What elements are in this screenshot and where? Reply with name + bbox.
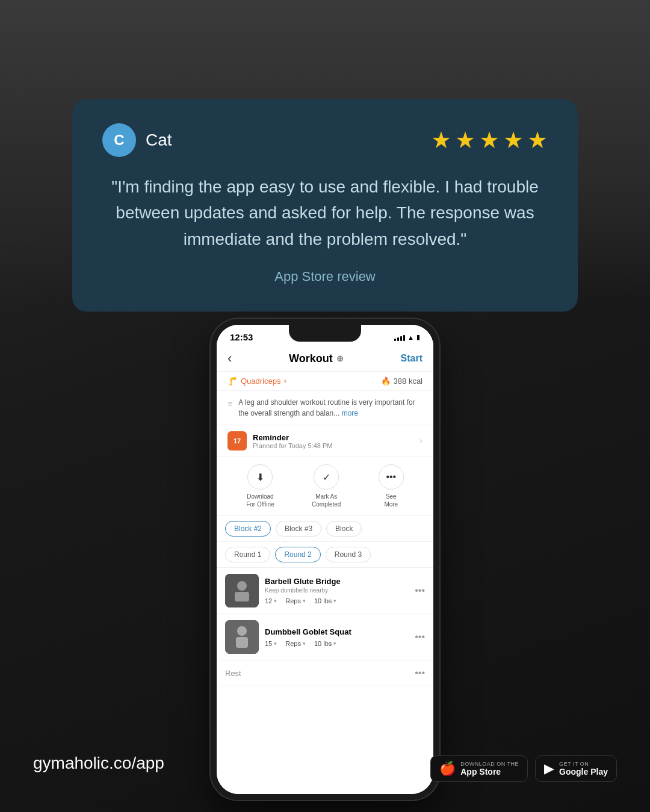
google-play-name: Google Play	[559, 767, 608, 777]
wifi-icon: ▲	[407, 334, 414, 341]
exercise-thumb-1	[225, 574, 259, 607]
play-icon: ▶	[544, 761, 554, 777]
exercise-more-icon-2[interactable]: •••	[415, 632, 425, 642]
signal-bar-1	[394, 339, 396, 341]
app-store-text: Download on the App Store	[460, 761, 519, 777]
reviewer-info: C Cat	[102, 123, 172, 157]
svg-rect-5	[236, 637, 248, 648]
rest-row: Rest •••	[217, 660, 433, 686]
download-label: DownloadFor Offline	[246, 493, 274, 508]
avatar: C	[102, 123, 136, 157]
phone-notch	[289, 325, 361, 342]
reminder-row[interactable]: 17 Reminder Planned for Today 5:48 PM ›	[217, 425, 433, 457]
exercise-row-2[interactable]: Dumbbell Goblet Squat 15 ▾ Reps ▾ 10 lbs…	[217, 614, 433, 660]
review-header: C Cat ★ ★ ★ ★ ★	[102, 123, 548, 157]
nav-bar: ‹ Workout ⊕ Start	[217, 346, 433, 372]
exercise-row-1[interactable]: Barbell Glute Bridge Keep dumbbells near…	[217, 568, 433, 614]
reviewer-name: Cat	[146, 131, 172, 150]
app-store-sub: Download on the	[460, 761, 519, 767]
signal-bar-2	[397, 337, 399, 341]
exercise-name-1: Barbell Glute Bridge	[265, 577, 409, 586]
reminder-left: 17 Reminder Planned for Today 5:48 PM	[228, 431, 333, 451]
exercise-image-1	[225, 574, 259, 607]
app-store-badge[interactable]: 🍎 Download on the App Store	[430, 755, 528, 782]
unit-param-2[interactable]: Reps ▾	[285, 640, 306, 647]
svg-rect-2	[235, 592, 249, 601]
battery-icon: ▮	[416, 333, 420, 341]
back-button[interactable]: ‹	[228, 351, 232, 366]
unit-param-1[interactable]: Reps ▾	[285, 597, 306, 604]
google-play-sub: GET IT ON	[559, 761, 608, 767]
exercise-note-1: Keep dumbbells nearby	[265, 587, 409, 594]
completed-button[interactable]: ✓ Mark AsCompleted	[312, 464, 341, 508]
star-5: ★	[527, 127, 548, 153]
exercise-more-icon-1[interactable]: •••	[415, 585, 425, 596]
status-time: 12:53	[230, 332, 253, 342]
rest-more-icon[interactable]: •••	[415, 668, 425, 678]
start-button[interactable]: Start	[401, 353, 422, 364]
list-icon: ≡	[228, 398, 232, 419]
star-4: ★	[503, 127, 524, 153]
download-icon: ⬇	[247, 464, 273, 490]
reminder-text: Reminder Planned for Today 5:48 PM	[253, 433, 333, 449]
action-buttons: ⬇ DownloadFor Offline ✓ Mark AsCompleted…	[217, 457, 433, 516]
phone-mockup: 12:53 ▲ ▮ ‹ Workout ⊕	[211, 319, 439, 800]
workout-meta: 🦵 Quadriceps + 🔥 388 kcal	[217, 372, 433, 391]
nav-title: Workout ⊕	[289, 352, 344, 365]
reminder-subtitle: Planned for Today 5:48 PM	[253, 442, 333, 449]
exercise-info-1: Barbell Glute Bridge Keep dumbbells near…	[265, 577, 409, 604]
round-tab-1[interactable]: Round 1	[225, 547, 270, 562]
block-tabs: Block #2 Block #3 Block	[217, 516, 433, 542]
round-tabs: Round 1 Round 2 Round 3	[217, 542, 433, 568]
exercise-thumb-2	[225, 620, 259, 654]
website-label: gymaholic.co/app	[33, 754, 164, 773]
more-button[interactable]: ••• SeeMore	[379, 464, 404, 508]
google-play-badge[interactable]: ▶ GET IT ON Google Play	[535, 755, 617, 782]
rest-label: Rest	[225, 669, 241, 678]
exercise-name-2: Dumbbell Goblet Squat	[265, 627, 409, 636]
block-tab-partial[interactable]: Block	[326, 521, 362, 537]
workout-tag: 🦵 Quadriceps +	[228, 377, 288, 386]
completed-label: Mark AsCompleted	[312, 493, 341, 508]
svg-point-1	[237, 581, 247, 591]
reminder-calendar-icon: 17	[228, 431, 247, 451]
store-badges: 🍎 Download on the App Store ▶ GET IT ON …	[430, 755, 617, 782]
muscle-icon: 🦵	[228, 377, 237, 386]
workout-description: ≡ A leg and shoulder workout routine is …	[217, 391, 433, 425]
star-1: ★	[431, 127, 451, 153]
google-play-text: GET IT ON Google Play	[559, 761, 608, 777]
exercise-params-2: 15 ▾ Reps ▾ 10 lbs ▾	[265, 640, 409, 647]
status-icons: ▲ ▮	[394, 333, 420, 341]
weight-param-2[interactable]: 10 lbs ▾	[314, 640, 336, 647]
weight-param-1[interactable]: 10 lbs ▾	[314, 597, 336, 604]
fire-icon: 🔥	[381, 377, 391, 386]
chevron-right-icon: ›	[419, 435, 422, 446]
star-2: ★	[455, 127, 475, 153]
phone-frame: 12:53 ▲ ▮ ‹ Workout ⊕	[211, 319, 439, 800]
review-source: App Store review	[102, 269, 548, 285]
review-quote: "I'm finding the app easy to use and fle…	[102, 174, 548, 252]
round-tab-3[interactable]: Round 3	[326, 547, 371, 562]
star-rating: ★ ★ ★ ★ ★	[431, 127, 548, 153]
app-store-name: App Store	[460, 767, 519, 777]
star-3: ★	[479, 127, 500, 153]
reps-param-1[interactable]: 12 ▾	[265, 597, 277, 604]
block-tab-2[interactable]: Block #2	[225, 521, 271, 537]
phone-screen: 12:53 ▲ ▮ ‹ Workout ⊕	[217, 325, 433, 794]
pin-icon: ⊕	[336, 354, 344, 363]
more-link[interactable]: more	[342, 409, 358, 417]
review-card: C Cat ★ ★ ★ ★ ★ "I'm finding the app eas…	[72, 99, 578, 312]
reminder-title: Reminder	[253, 433, 333, 442]
exercise-image-2	[225, 620, 259, 654]
desc-text: A leg and shoulder workout routine is ve…	[238, 397, 422, 419]
block-tab-3[interactable]: Block #3	[276, 521, 321, 537]
download-button[interactable]: ⬇ DownloadFor Offline	[246, 464, 274, 508]
more-label: SeeMore	[384, 493, 398, 508]
signal-bar-4	[403, 335, 405, 341]
exercise-info-2: Dumbbell Goblet Squat 15 ▾ Reps ▾ 10 lbs…	[265, 627, 409, 647]
round-tab-2[interactable]: Round 2	[275, 547, 320, 562]
apple-icon: 🍎	[439, 761, 456, 777]
kcal-tag: 🔥 388 kcal	[381, 377, 422, 386]
reps-param-2[interactable]: 15 ▾	[265, 640, 277, 647]
signal-bars-icon	[394, 334, 405, 341]
